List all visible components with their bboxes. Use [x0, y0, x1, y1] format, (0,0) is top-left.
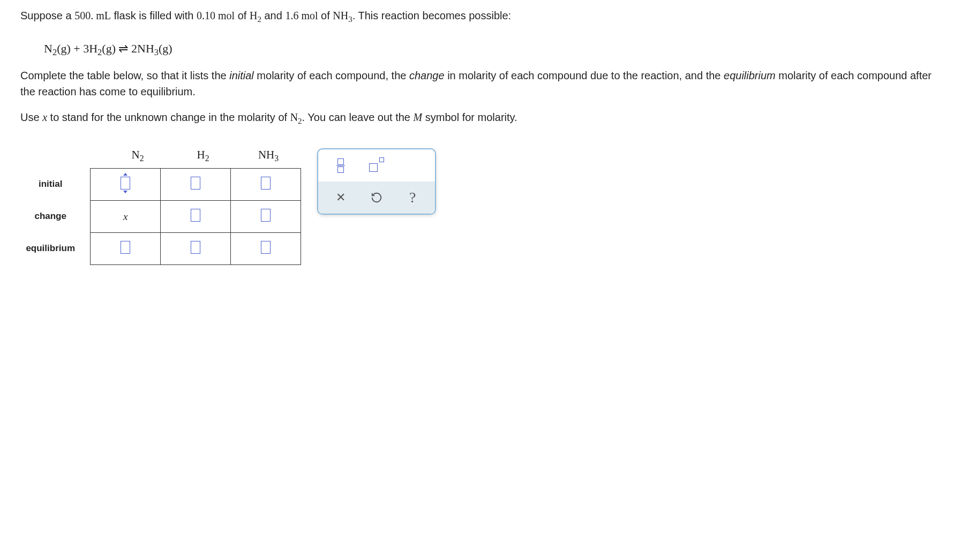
- table-row-initial: initial: [20, 168, 301, 200]
- table-row-equilibrium: equilibrium: [20, 232, 301, 264]
- cell-equilibrium-h2[interactable]: [161, 232, 231, 264]
- cell-change-nh3[interactable]: [231, 200, 301, 232]
- cell-initial-h2[interactable]: [161, 168, 231, 200]
- problem-paragraph-2: Complete the table below, so that it lis…: [20, 67, 941, 100]
- fraction-icon: [336, 158, 345, 173]
- row-label-initial: initial: [20, 168, 91, 200]
- col-header-n2: N2: [105, 148, 170, 168]
- fraction-tool-button[interactable]: [326, 154, 355, 177]
- x-icon: ✕: [336, 191, 346, 205]
- superscript-icon: [369, 159, 384, 172]
- problem-paragraph-1: Suppose a 500. mL flask is filled with 0…: [20, 7, 941, 26]
- col-header-h2: H2: [170, 148, 236, 168]
- cell-equilibrium-nh3[interactable]: [231, 232, 301, 264]
- tool-panel: ✕ ?: [317, 148, 436, 215]
- col-header-nh3: NH3: [236, 148, 301, 168]
- superscript-tool-button[interactable]: [362, 154, 391, 177]
- problem-paragraph-3: Use x to stand for the unknown change in…: [20, 109, 941, 127]
- cell-initial-n2[interactable]: [91, 168, 161, 200]
- row-label-equilibrium: equilibrium: [20, 232, 91, 264]
- reaction-equation: N2(g) + 3H2(g) ⇌ 2NH3(g): [20, 35, 941, 67]
- cell-change-n2[interactable]: x: [91, 200, 161, 232]
- help-button[interactable]: ?: [398, 186, 427, 209]
- cell-change-h2[interactable]: [161, 200, 231, 232]
- reset-button[interactable]: [362, 186, 391, 209]
- ice-table: N2 H2 NH3 initial change x equilibrium: [20, 148, 301, 264]
- help-icon: ?: [409, 189, 416, 206]
- reset-icon: [371, 192, 382, 203]
- table-row-change: change x: [20, 200, 301, 232]
- cell-equilibrium-n2[interactable]: [91, 232, 161, 264]
- cell-initial-nh3[interactable]: [231, 168, 301, 200]
- clear-button[interactable]: ✕: [326, 186, 355, 209]
- row-label-change: change: [20, 200, 91, 232]
